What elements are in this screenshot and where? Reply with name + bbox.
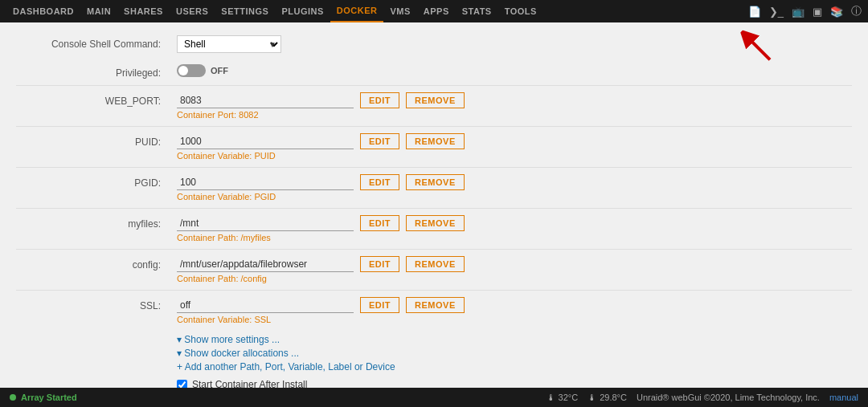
nav-vms[interactable]: VMS: [383, 0, 416, 22]
config-row: config: EDIT REMOVE Container Path: /con…: [16, 251, 852, 288]
nav-icon-group: 📄 ❯_ 📺 ▣ 📚 ⓘ: [748, 4, 862, 18]
config-hint: Container Path: /config: [177, 274, 852, 283]
config-label: config:: [16, 256, 177, 271]
myfiles-row: myfiles: EDIT REMOVE Container Path: /my…: [16, 210, 852, 247]
ssl-input[interactable]: [177, 298, 354, 313]
temp2-item: 🌡 29.8°C: [588, 393, 627, 402]
pgid-content: EDIT REMOVE Container Variable: PGID: [177, 174, 852, 201]
shell-dropdown-icon: ▼: [268, 40, 276, 49]
main-content: Console Shell Command: Shell Bash ▼ Priv…: [0, 22, 868, 388]
privileged-state: OFF: [211, 66, 228, 75]
ssl-input-row: EDIT REMOVE: [177, 297, 852, 313]
puid-hint: Container Variable: PUID: [177, 151, 852, 161]
config-remove-button[interactable]: REMOVE: [406, 256, 465, 272]
puid-input-row: EDIT REMOVE: [177, 133, 852, 149]
pgid-edit-button[interactable]: EDIT: [360, 174, 399, 190]
array-status-section: Array Started: [10, 393, 77, 402]
thermometer2-icon: 🌡: [588, 393, 596, 402]
web-port-input[interactable]: [177, 93, 354, 108]
nav-users[interactable]: USERS: [170, 0, 215, 22]
desktop-icon[interactable]: ▣: [813, 6, 822, 18]
pgid-hint: Container Variable: PGID: [177, 192, 852, 201]
temp1-item: 🌡 32°C: [547, 393, 579, 402]
nav-plugins[interactable]: PLUGINS: [275, 0, 330, 22]
ssl-row: SSL: EDIT REMOVE Container Variable: SSL: [16, 292, 852, 329]
puid-remove-button[interactable]: REMOVE: [406, 133, 465, 149]
link-section: ▾ Show more settings ... ▾ Show docker a…: [16, 331, 852, 376]
web-port-content: EDIT REMOVE Container Port: 8082: [177, 92, 852, 120]
puid-input[interactable]: [177, 134, 354, 149]
file-icon[interactable]: 📄: [748, 6, 761, 18]
help-icon[interactable]: ⓘ: [851, 4, 862, 18]
nav-dashboard[interactable]: DASHBOARD: [6, 0, 80, 22]
privileged-toggle[interactable]: [177, 64, 206, 77]
myfiles-label: myfiles:: [16, 215, 177, 230]
myfiles-remove-button[interactable]: REMOVE: [406, 215, 465, 231]
privileged-content: OFF: [177, 64, 852, 77]
privileged-toggle-wrap: OFF: [177, 64, 852, 77]
show-more-settings-link[interactable]: ▾ Show more settings ...: [177, 334, 852, 345]
start-container-row: Start Container After Install: [16, 376, 852, 388]
shell-select[interactable]: Shell Bash: [177, 35, 281, 53]
pgid-label: PGID:: [16, 174, 177, 189]
privileged-row: Privileged: OFF: [16, 59, 852, 83]
nav-main[interactable]: MAIN: [80, 0, 117, 22]
status-bar: Array Started 🌡 32°C 🌡 29.8°C Unraid® we…: [0, 388, 868, 407]
pgid-input-row: EDIT REMOVE: [177, 174, 852, 190]
myfiles-hint: Container Path: /myfiles: [177, 233, 852, 242]
web-port-edit-button[interactable]: EDIT: [360, 92, 399, 108]
temp1-value: 32°C: [559, 393, 579, 402]
pgid-input[interactable]: [177, 175, 354, 190]
book-icon[interactable]: 📚: [830, 6, 843, 18]
shell-select-row: Shell Bash ▼: [177, 35, 852, 53]
terminal-icon[interactable]: ❯_: [769, 6, 784, 18]
config-input[interactable]: [177, 257, 354, 272]
array-status-text: Array Started: [21, 393, 77, 402]
puid-edit-button[interactable]: EDIT: [360, 133, 399, 149]
nav-apps[interactable]: APPS: [417, 0, 456, 22]
ssl-label: SSL:: [16, 297, 177, 311]
web-port-label: WEB_PORT:: [16, 92, 177, 107]
myfiles-input-row: EDIT REMOVE: [177, 215, 852, 231]
puid-row: PUID: EDIT REMOVE Container Variable: PU…: [16, 128, 852, 165]
web-port-remove-button[interactable]: REMOVE: [406, 92, 465, 108]
web-port-hint: Container Port: 8082: [177, 110, 852, 120]
pgid-remove-button[interactable]: REMOVE: [406, 174, 465, 190]
myfiles-edit-button[interactable]: EDIT: [360, 215, 399, 231]
start-container-label: Start Container After Install: [192, 379, 307, 388]
add-another-link[interactable]: + Add another Path, Port, Variable, Labe…: [177, 361, 852, 372]
puid-label: PUID:: [16, 133, 177, 148]
console-shell-label: Console Shell Command:: [16, 35, 177, 50]
config-content: EDIT REMOVE Container Path: /config: [177, 256, 852, 283]
config-input-row: EDIT REMOVE: [177, 256, 852, 272]
pgid-row: PGID: EDIT REMOVE Container Variable: PG…: [16, 169, 852, 206]
console-shell-row: Console Shell Command: Shell Bash ▼: [16, 31, 852, 58]
console-shell-content: Shell Bash ▼: [177, 35, 852, 53]
myfiles-input[interactable]: [177, 216, 354, 231]
ssl-hint: Container Variable: SSL: [177, 315, 852, 324]
puid-content: EDIT REMOVE Container Variable: PUID: [177, 133, 852, 161]
thermometer-icon: 🌡: [547, 393, 555, 402]
privileged-label: Privileged:: [16, 64, 177, 79]
temp2-value: 29.8°C: [600, 393, 627, 402]
manual-link[interactable]: manual: [829, 393, 858, 402]
nav-tools[interactable]: TOOLS: [498, 0, 543, 22]
config-edit-button[interactable]: EDIT: [360, 256, 399, 272]
nav-stats[interactable]: STATS: [456, 0, 498, 22]
ssl-edit-button[interactable]: EDIT: [360, 297, 399, 313]
array-status-dot: [10, 394, 16, 401]
monitor-icon[interactable]: 📺: [792, 6, 805, 18]
copyright-text: Unraid® webGui ©2020, Lime Technology, I…: [637, 393, 820, 402]
nav-shares[interactable]: SHARES: [117, 0, 170, 22]
nav-settings[interactable]: SETTINGS: [215, 0, 275, 22]
web-port-row: WEB_PORT: EDIT REMOVE Container Port: 80…: [16, 88, 852, 124]
myfiles-content: EDIT REMOVE Container Path: /myfiles: [177, 215, 852, 242]
ssl-content: EDIT REMOVE Container Variable: SSL: [177, 297, 852, 324]
top-navigation: DASHBOARD MAIN SHARES USERS SETTINGS PLU…: [0, 0, 868, 22]
start-container-checkbox[interactable]: [177, 380, 187, 389]
nav-docker[interactable]: DOCKER: [330, 0, 384, 22]
ssl-remove-button[interactable]: REMOVE: [406, 297, 465, 313]
statusbar-right-section: 🌡 32°C 🌡 29.8°C Unraid® webGui ©2020, Li…: [547, 393, 858, 402]
show-docker-allocations-link[interactable]: ▾ Show docker allocations ...: [177, 348, 852, 359]
web-port-input-row: EDIT REMOVE: [177, 92, 852, 108]
